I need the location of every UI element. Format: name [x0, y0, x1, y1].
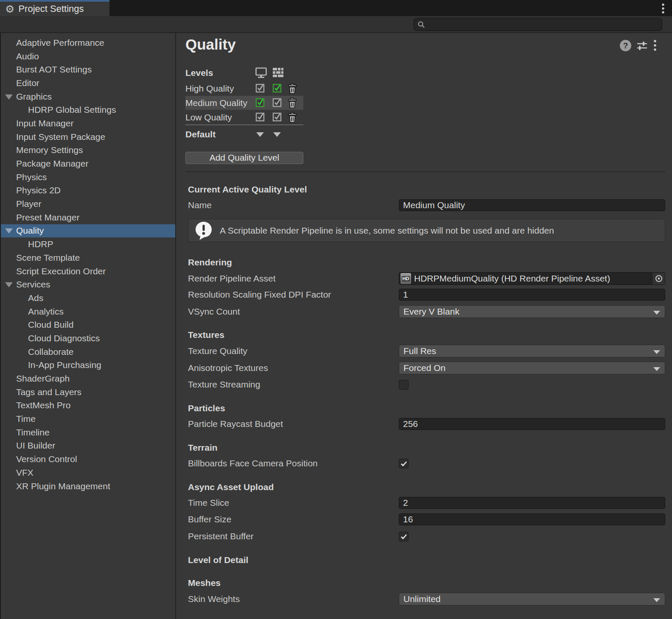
levels-table-underline	[185, 125, 303, 125]
info-message: A Scriptable Render Pipeline is in use, …	[220, 226, 554, 236]
sidebar-item-tags-and-layers[interactable]: Tags and Layers	[1, 385, 175, 399]
add-quality-level-button[interactable]: Add Quality Level	[185, 152, 303, 164]
rendering-heading: Rendering	[188, 257, 232, 268]
settings-sidebar: Adaptive Performance Audio Burst AOT Set…	[0, 33, 176, 619]
desktop-platform-icon[interactable]	[255, 67, 268, 78]
dpi-factor-label: Resolution Scaling Fixed DPI Factor	[188, 289, 331, 301]
sidebar-item-input-system-package[interactable]: Input System Package	[1, 130, 175, 144]
sidebar-item-memory-settings[interactable]: Memory Settings	[1, 144, 175, 157]
title-bar: ⚙ Project Settings	[0, 0, 672, 16]
kebab-menu-icon[interactable]	[653, 39, 657, 51]
server-enabled-checkbox[interactable]	[272, 112, 282, 122]
foldout-arrow-icon[interactable]	[5, 282, 13, 287]
texture-quality-dropdown[interactable]: Full Res	[399, 345, 665, 357]
billboards-face-camera-checkbox[interactable]	[399, 459, 409, 468]
check-icon	[400, 534, 407, 540]
sidebar-item-script-execution-order[interactable]: Script Execution Order	[1, 265, 175, 278]
sidebar-item-cloud-diagnostics[interactable]: Cloud Diagnostics	[1, 332, 175, 345]
sidebar-item-physics-2d[interactable]: Physics 2D	[1, 184, 175, 198]
texture-streaming-checkbox[interactable]	[399, 380, 409, 390]
sidebar-item-burst-aot-settings[interactable]: Burst AOT Settings	[1, 63, 175, 76]
desktop-enabled-checkbox[interactable]	[255, 112, 265, 122]
quality-level-row-medium[interactable]: Medium Quality	[185, 96, 303, 110]
textures-heading: Textures	[188, 329, 224, 340]
anisotropic-textures-label: Anisotropic Textures	[188, 362, 268, 374]
quality-level-row-low[interactable]: Low Quality	[185, 110, 303, 124]
sidebar-item-quality[interactable]: Quality	[1, 224, 175, 238]
default-server-dropdown-icon[interactable]	[273, 132, 281, 137]
particle-raycast-budget-label: Particle Raycast Budget	[188, 418, 283, 430]
dpi-factor-field[interactable]	[399, 289, 665, 301]
sidebar-item-xr-plugin-management[interactable]: XR Plugin Management	[1, 480, 175, 493]
search-box[interactable]	[414, 18, 662, 31]
delete-level-icon[interactable]	[287, 83, 297, 96]
window-kebab-menu-icon[interactable]	[661, 3, 665, 14]
hdrp-asset-icon: HD	[400, 273, 411, 284]
page-title: Quality	[185, 36, 236, 53]
buffer-size-field[interactable]	[399, 513, 665, 525]
gear-icon: ⚙	[5, 4, 14, 14]
sidebar-item-preset-manager[interactable]: Preset Manager	[1, 211, 175, 224]
help-icon[interactable]: ?	[620, 40, 631, 51]
billboards-face-camera-label: Billboards Face Camera Position	[188, 457, 318, 469]
sidebar-item-services[interactable]: Services	[1, 278, 175, 291]
sidebar-item-audio[interactable]: Audio	[1, 50, 175, 63]
sidebar-item-adaptive-performance[interactable]: Adaptive Performance	[1, 36, 175, 50]
sidebar-item-hdrp[interactable]: HDRP	[1, 237, 175, 251]
sidebar-item-input-manager[interactable]: Input Manager	[1, 117, 175, 130]
dropdown-arrow-icon	[653, 350, 660, 354]
sidebar-item-ui-builder[interactable]: UI Builder	[1, 439, 175, 453]
particle-raycast-budget-field[interactable]	[399, 418, 665, 430]
level-of-detail-heading: Level of Detail	[188, 555, 248, 566]
sidebar-item-collaborate[interactable]: Collaborate	[1, 345, 175, 359]
foldout-arrow-icon[interactable]	[5, 229, 13, 234]
current-active-heading: Current Active Quality Level	[188, 184, 307, 195]
desktop-enabled-checkbox[interactable]	[255, 84, 265, 93]
server-platform-icon[interactable]	[272, 67, 284, 78]
sidebar-item-shadergraph[interactable]: ShaderGraph	[1, 372, 175, 385]
time-slice-field[interactable]	[399, 497, 665, 509]
sidebar-item-time[interactable]: Time	[1, 412, 175, 426]
quality-level-row-high[interactable]: High Quality	[185, 81, 303, 95]
name-field[interactable]	[399, 199, 665, 211]
buffer-size-label: Buffer Size	[188, 513, 231, 525]
sidebar-item-player[interactable]: Player	[1, 197, 175, 211]
persistent-buffer-label: Persistent Buffer	[188, 530, 254, 542]
persistent-buffer-checkbox[interactable]	[399, 532, 409, 541]
time-slice-label: Time Slice	[188, 497, 229, 509]
skin-weights-dropdown[interactable]: Unlimited	[399, 593, 665, 605]
sidebar-item-physics[interactable]: Physics	[1, 170, 175, 184]
server-default-checkbox[interactable]	[272, 84, 282, 93]
sidebar-item-cloud-build[interactable]: Cloud Build	[1, 318, 175, 332]
sidebar-item-hdrp-global-settings[interactable]: HDRP Global Settings	[1, 103, 175, 117]
sidebar-item-vfx[interactable]: VFX	[1, 466, 175, 480]
sidebar-item-version-control[interactable]: Version Control	[1, 452, 175, 466]
desktop-default-checkbox[interactable]	[255, 98, 265, 107]
check-icon	[400, 461, 407, 467]
sidebar-item-timeline[interactable]: Timeline	[1, 426, 175, 439]
delete-level-icon[interactable]	[287, 98, 297, 111]
search-input[interactable]	[428, 20, 658, 29]
presets-icon[interactable]	[636, 41, 648, 51]
sidebar-item-graphics[interactable]: Graphics	[1, 90, 175, 103]
sidebar-item-analytics[interactable]: Analytics	[1, 305, 175, 318]
sidebar-item-textmesh-pro[interactable]: TextMesh Pro	[1, 399, 175, 413]
anisotropic-textures-dropdown[interactable]: Forced On	[399, 362, 665, 374]
texture-streaming-label: Texture Streaming	[188, 379, 260, 390]
tab-title: Project Settings	[18, 3, 84, 14]
sidebar-item-ads[interactable]: Ads	[1, 291, 175, 305]
server-enabled-checkbox[interactable]	[272, 98, 282, 107]
vsync-count-dropdown[interactable]: Every V Blank	[399, 305, 665, 318]
render-pipeline-asset-field[interactable]: HD HDRPMediumQuality (HD Render Pipeline…	[399, 272, 665, 285]
object-picker-icon[interactable]	[652, 273, 665, 284]
tab-project-settings[interactable]: ⚙ Project Settings	[0, 0, 109, 16]
sidebar-item-editor[interactable]: Editor	[1, 76, 175, 90]
levels-label: Levels	[185, 67, 213, 79]
default-desktop-dropdown-icon[interactable]	[256, 132, 264, 137]
sidebar-item-in-app-purchasing[interactable]: In-App Purchasing	[1, 359, 175, 372]
delete-level-icon[interactable]	[287, 112, 297, 125]
foldout-arrow-icon[interactable]	[5, 94, 13, 99]
sidebar-item-package-manager[interactable]: Package Manager	[1, 157, 175, 170]
sidebar-item-scene-template[interactable]: Scene Template	[1, 251, 175, 265]
search-icon	[417, 21, 425, 28]
